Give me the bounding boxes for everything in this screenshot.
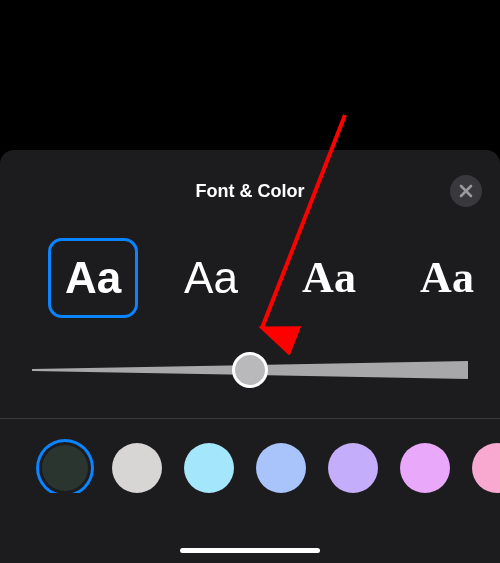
font-sample: Aa xyxy=(184,256,238,300)
font-sample: Aa xyxy=(65,256,121,300)
font-sample: Aa xyxy=(302,256,356,300)
close-button[interactable] xyxy=(450,175,482,207)
color-swatch-1[interactable] xyxy=(112,443,162,493)
color-swatch-6[interactable] xyxy=(472,443,500,493)
font-sample: Aa xyxy=(420,256,474,300)
color-swatch-2[interactable] xyxy=(184,443,234,493)
font-option-1[interactable]: Aa xyxy=(166,238,256,318)
color-swatch-0[interactable] xyxy=(42,445,88,491)
color-swatch-4[interactable] xyxy=(328,443,378,493)
font-options-row[interactable]: AaAaAaAa xyxy=(0,210,500,318)
slider-thumb[interactable] xyxy=(232,352,268,388)
sheet-title: Font & Color xyxy=(196,181,305,202)
color-options-row[interactable] xyxy=(0,419,500,493)
font-option-2[interactable]: Aa xyxy=(284,238,374,318)
font-option-0[interactable]: Aa xyxy=(48,238,138,318)
font-color-sheet: Font & Color AaAaAaAa xyxy=(0,150,500,563)
home-indicator[interactable] xyxy=(180,548,320,553)
size-slider[interactable] xyxy=(32,350,468,390)
color-swatch-3[interactable] xyxy=(256,443,306,493)
sheet-header: Font & Color xyxy=(0,172,500,210)
font-option-3[interactable]: Aa xyxy=(402,238,492,318)
close-icon xyxy=(459,184,473,198)
color-swatch-5[interactable] xyxy=(400,443,450,493)
